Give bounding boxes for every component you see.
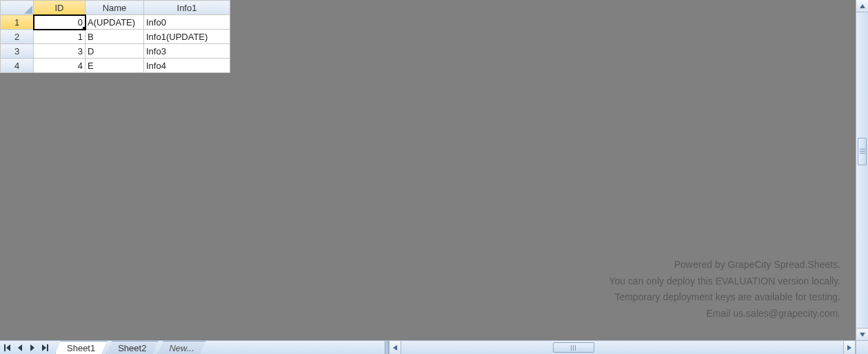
table-row: 2 1 B Info1(UPDATE) [1, 30, 230, 44]
svg-marker-0 [24, 6, 32, 14]
cell[interactable]: A(UPDATE) [85, 15, 144, 30]
table-row: 3 3 D Info3 [1, 44, 230, 59]
svg-marker-7 [42, 344, 46, 351]
tab-sheet2[interactable]: Sheet2 [106, 341, 158, 354]
svg-marker-1 [860, 4, 865, 8]
cell[interactable]: 0 [34, 15, 85, 30]
column-header-name[interactable]: Name [85, 1, 144, 15]
bottom-bar: Sheet1 Sheet2 New... [0, 340, 868, 354]
svg-marker-2 [860, 333, 865, 337]
cell[interactable]: Info3 [144, 44, 230, 59]
watermark-line: Powered by GrapeCity Spread.Sheets. [609, 257, 840, 273]
cell[interactable]: Info0 [144, 15, 230, 30]
svg-marker-9 [393, 345, 397, 351]
watermark-line: Email us.sales@grapecity.com. [609, 306, 840, 322]
cell[interactable]: 1 [34, 30, 85, 44]
vertical-scroll-thumb[interactable] [858, 138, 867, 165]
vertical-scrollbar[interactable] [856, 0, 868, 340]
svg-rect-8 [47, 344, 48, 351]
cell[interactable]: 4 [34, 59, 85, 73]
row-header[interactable]: 1 [1, 15, 34, 30]
tab-sheet1[interactable]: Sheet1 [55, 341, 107, 354]
cell[interactable]: Info1(UPDATE) [144, 30, 230, 44]
scroll-up-button[interactable] [856, 0, 868, 12]
scrollbar-corner [856, 341, 868, 354]
horizontal-scrollbar[interactable] [389, 341, 856, 354]
cell[interactable]: Info4 [144, 59, 230, 73]
cell[interactable]: 3 [34, 44, 85, 59]
watermark-line: Temporary deployment keys are available … [609, 289, 840, 306]
scroll-right-button[interactable] [843, 341, 856, 354]
tab-nav [0, 341, 52, 354]
sheet-tabs: Sheet1 Sheet2 New... [55, 341, 205, 354]
row-header[interactable]: 3 [1, 44, 34, 59]
row-header[interactable]: 4 [1, 59, 34, 73]
tab-next-button[interactable] [26, 342, 39, 354]
row-header[interactable]: 2 [1, 30, 34, 44]
scroll-down-button[interactable] [856, 328, 868, 340]
watermark-line: You can only deploy this EVALUATION vers… [609, 273, 840, 290]
scroll-left-button[interactable] [389, 341, 401, 354]
horizontal-scroll-thumb[interactable] [553, 342, 594, 353]
tab-first-button[interactable] [1, 342, 14, 354]
cell[interactable]: E [85, 59, 144, 73]
svg-marker-6 [30, 344, 34, 351]
evaluation-watermark: Powered by GrapeCity Spread.Sheets. You … [609, 257, 840, 322]
spreadsheet-viewport: ID Name Info1 1 0 A(UPDATE) Info0 2 1 B … [0, 0, 856, 340]
tab-prev-button[interactable] [14, 342, 26, 354]
column-header-id[interactable]: ID [34, 1, 85, 15]
tab-last-button[interactable] [39, 342, 51, 354]
table-row: 1 0 A(UPDATE) Info0 [1, 15, 230, 30]
horizontal-scroll-track[interactable] [401, 341, 843, 354]
svg-marker-4 [6, 344, 10, 351]
svg-marker-10 [847, 345, 851, 351]
svg-rect-3 [4, 344, 6, 351]
cell[interactable]: B [85, 30, 144, 44]
table-row: 4 4 E Info4 [1, 59, 230, 73]
data-grid: ID Name Info1 1 0 A(UPDATE) Info0 2 1 B … [0, 0, 230, 73]
svg-marker-5 [18, 344, 22, 351]
column-header-info[interactable]: Info1 [144, 1, 230, 15]
select-all-corner[interactable] [1, 1, 34, 15]
tab-new-sheet[interactable]: New... [157, 341, 205, 354]
cell[interactable]: D [85, 44, 144, 59]
